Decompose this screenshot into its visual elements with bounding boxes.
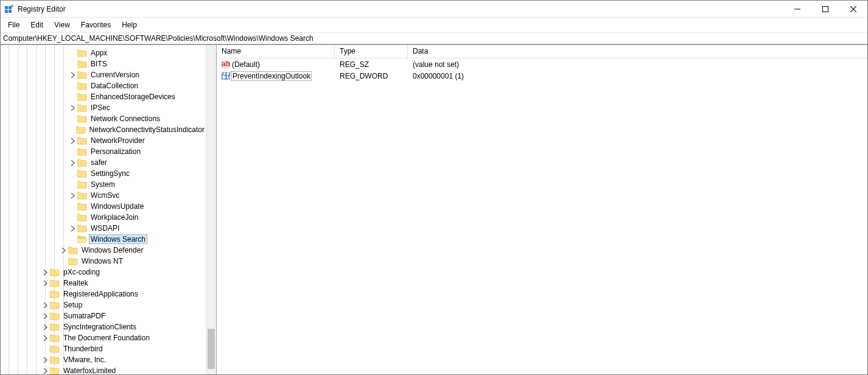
close-button[interactable]: [839, 1, 867, 18]
folder-icon: [50, 323, 60, 331]
tree-item[interactable]: DataCollection: [1, 80, 206, 91]
tree-item[interactable]: WcmSvc: [1, 190, 206, 201]
tree-item[interactable]: Thunderbird: [1, 343, 206, 354]
chevron-right-icon[interactable]: [41, 334, 49, 342]
chevron-right-icon[interactable]: [68, 103, 77, 112]
minimize-button[interactable]: [783, 1, 811, 18]
tree-item[interactable]: safer: [1, 157, 206, 168]
tree-item[interactable]: SyncIntegrationClients: [1, 321, 206, 332]
folder-icon: [50, 312, 60, 320]
folder-icon: [77, 213, 87, 222]
tree-item-label: Realtek: [62, 279, 89, 287]
chevron-right-icon[interactable]: [68, 71, 77, 79]
chevron-right-icon: [68, 169, 77, 178]
tree-item[interactable]: Windows NT: [1, 256, 206, 267]
tree-item[interactable]: Windows Search: [1, 234, 206, 245]
tree-item[interactable]: WindowsUpdate: [1, 201, 206, 212]
tree-item-label: Thunderbird: [62, 345, 104, 353]
tree-item[interactable]: Setup: [1, 300, 206, 310]
chevron-right-icon[interactable]: [68, 224, 77, 233]
menu-favorites[interactable]: Favorites: [75, 19, 116, 31]
tree-item-label: WcmSvc: [89, 191, 121, 200]
value-row[interactable]: ab(Default)REG_SZ(value not set): [217, 58, 867, 70]
chevron-right-icon[interactable]: [68, 158, 77, 167]
menu-edit[interactable]: Edit: [25, 19, 49, 31]
tree-item[interactable]: The Document Foundation: [1, 332, 206, 343]
tree-scrollbar[interactable]: [206, 45, 216, 374]
chevron-right-icon: [67, 125, 75, 134]
chevron-right-icon[interactable]: [41, 268, 49, 276]
chevron-right-icon[interactable]: [59, 246, 68, 254]
chevron-right-icon[interactable]: [68, 136, 77, 145]
column-header-name[interactable]: Name: [217, 45, 335, 58]
tree-item[interactable]: SumatraPDF: [1, 310, 206, 321]
chevron-right-icon: [68, 82, 77, 90]
tree-item-label: WorkplaceJoin: [89, 213, 139, 222]
tree-item[interactable]: System: [1, 179, 206, 190]
tree-item[interactable]: VMware, Inc.: [1, 354, 206, 365]
chevron-right-icon[interactable]: [41, 356, 49, 364]
chevron-right-icon: [59, 257, 68, 265]
scrollbar-thumb[interactable]: [208, 329, 215, 369]
chevron-right-icon: [41, 290, 49, 298]
tree-item[interactable]: Appx: [1, 47, 206, 58]
tree-item[interactable]: IPSec: [1, 102, 206, 113]
tree-item[interactable]: Personalization: [1, 146, 206, 157]
tree-item-label: safer: [89, 158, 108, 167]
column-header-type[interactable]: Type: [335, 45, 408, 58]
maximize-button[interactable]: [811, 1, 839, 18]
chevron-right-icon[interactable]: [41, 312, 49, 320]
folder-icon: [50, 345, 60, 353]
folder-icon: [77, 180, 87, 189]
tree-item[interactable]: NetworkConnectivityStatusIndicator: [1, 124, 206, 135]
chevron-right-icon[interactable]: [41, 366, 49, 374]
tree-item-label: pXc-coding: [62, 268, 101, 276]
tree-item-label: NetworkProvider: [89, 136, 146, 145]
registry-tree[interactable]: AppxBITSCurrentVersionDataCollectionEnha…: [1, 45, 206, 374]
tree-item-label: VMware, Inc.: [62, 356, 107, 364]
chevron-right-icon: [68, 202, 77, 211]
tree-item-label: Windows Defender: [80, 246, 144, 254]
window-title: Registry Editor: [18, 5, 783, 13]
svg-rect-3: [9, 10, 12, 13]
value-row[interactable]: 011110PreventIndexingOutlookREG_DWORD0x0…: [217, 70, 867, 82]
folder-icon: [68, 246, 78, 254]
folder-icon: [50, 268, 60, 276]
chevron-right-icon: [68, 213, 77, 222]
folder-icon: [50, 279, 60, 287]
tree-item[interactable]: RegisteredApplications: [1, 289, 206, 300]
list-header: Name Type Data: [217, 45, 867, 58]
tree-item[interactable]: Windows Defender: [1, 245, 206, 256]
menu-help[interactable]: Help: [116, 19, 142, 31]
tree-item[interactable]: pXc-coding: [1, 267, 206, 278]
folder-icon: [77, 136, 87, 145]
column-header-data[interactable]: Data: [408, 45, 867, 58]
chevron-right-icon: [68, 49, 77, 57]
tree-item[interactable]: Network Connections: [1, 113, 206, 124]
tree-panel: AppxBITSCurrentVersionDataCollectionEnha…: [1, 45, 217, 374]
tree-item[interactable]: CurrentVersion: [1, 69, 206, 80]
menu-file[interactable]: File: [2, 19, 25, 31]
tree-item[interactable]: WorkplaceJoin: [1, 212, 206, 223]
tree-item[interactable]: WaterfoxLimited: [1, 365, 206, 374]
folder-icon: [77, 103, 87, 112]
chevron-right-icon[interactable]: [41, 301, 49, 309]
svg-text:110: 110: [222, 72, 230, 80]
address-bar[interactable]: Computer\HKEY_LOCAL_MACHINE\SOFTWARE\Pol…: [1, 32, 867, 44]
chevron-right-icon[interactable]: [41, 279, 49, 287]
tree-item[interactable]: EnhancedStorageDevices: [1, 91, 206, 102]
chevron-right-icon[interactable]: [41, 323, 49, 331]
tree-item[interactable]: Realtek: [1, 278, 206, 289]
tree-item[interactable]: BITS: [1, 58, 206, 69]
chevron-right-icon[interactable]: [68, 191, 77, 200]
tree-item-label: Network Connections: [89, 114, 161, 123]
tree-item-label: EnhancedStorageDevices: [89, 93, 177, 101]
tree-item-label: BITS: [89, 60, 108, 68]
tree-item[interactable]: SettingSync: [1, 168, 206, 179]
tree-item-label: Personalization: [89, 147, 142, 156]
tree-item[interactable]: NetworkProvider: [1, 135, 206, 146]
chevron-right-icon: [68, 60, 77, 68]
value-list[interactable]: ab(Default)REG_SZ(value not set)011110Pr…: [217, 58, 867, 374]
menu-view[interactable]: View: [49, 19, 75, 31]
tree-item[interactable]: WSDAPI: [1, 223, 206, 234]
